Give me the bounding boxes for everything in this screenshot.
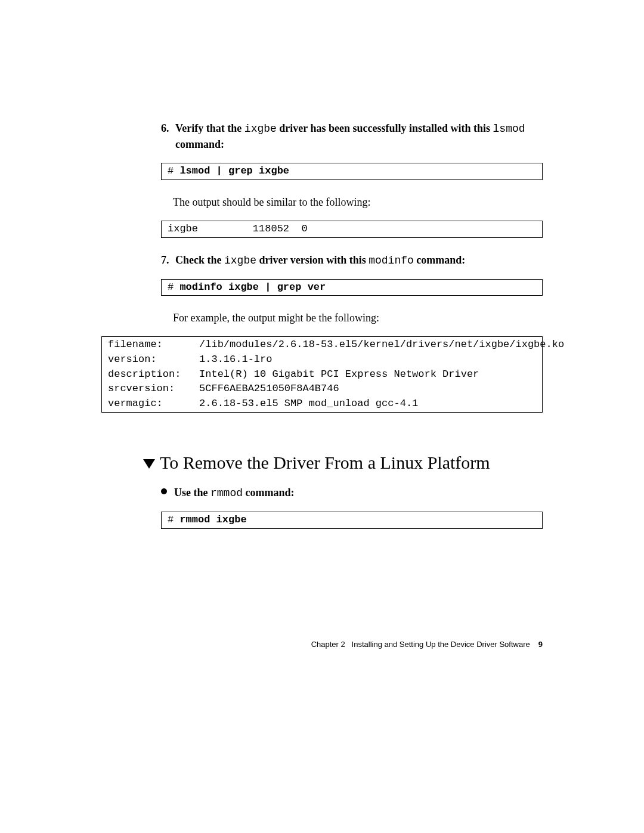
body-after-lsmod: The output should be similar to the foll… — [173, 194, 543, 210]
rmmod-region: # rmmod ixgbe — [161, 512, 543, 529]
page-footer: Chapter 2 Installing and Setting Up the … — [101, 639, 543, 651]
code-lsmod-output: ixgbe 118052 0 — [168, 223, 308, 234]
code-box-rmmod: # rmmod ixgbe — [161, 512, 543, 529]
code-box-modinfo-output: filename: /lib/modules/2.6.18-53.el5/ker… — [101, 336, 543, 412]
page-content: Verify that the ixgbe driver has been su… — [101, 113, 543, 543]
code-box-lsmod: # lsmod | grep ixgbe — [161, 163, 543, 180]
step-list: Verify that the ixgbe driver has been su… — [161, 120, 543, 152]
footer-chapter: Chapter 2 — [311, 640, 345, 649]
step-7-text-mid: driver version with this — [256, 254, 369, 266]
section-heading: To Remove the Driver From a Linux Platfo… — [143, 450, 543, 476]
step-7-cmd: modinfo — [369, 255, 414, 267]
step-6-text-pre: Verify that the — [175, 122, 244, 134]
body-after-modinfo: For example, the output might be the fol… — [173, 310, 543, 326]
step-6: Verify that the ixgbe driver has been su… — [161, 120, 543, 152]
code-box-modinfo: # modinfo ixgbe | grep ver — [161, 279, 543, 296]
step-6-text-post: command: — [175, 138, 224, 150]
footer-title: Installing and Setting Up the Device Dri… — [352, 640, 530, 649]
code-box-lsmod-output: ixgbe 118052 0 — [161, 221, 543, 238]
code-modinfo-command: modinfo ixgbe | grep ver — [179, 281, 326, 293]
bullet-cmd: rmmod — [210, 487, 243, 499]
step-list-2: Check the ixgbe driver version with this… — [161, 252, 543, 268]
step-7: Check the ixgbe driver version with this… — [161, 252, 543, 268]
bullet-post: command: — [243, 487, 295, 498]
step-7-text-post: command: — [414, 254, 466, 266]
step-list-region: Verify that the ixgbe driver has been su… — [161, 120, 543, 413]
step-7-driver: ixgbe — [224, 255, 256, 267]
code-rmmod-command: rmmod ixgbe — [179, 514, 246, 525]
code-lsmod-command: lsmod | grep ixgbe — [179, 165, 289, 176]
step-6-text-mid: driver has been successfully installed w… — [277, 122, 493, 134]
code-rmmod-prompt: # — [168, 514, 179, 525]
bullet-rmmod: Use the rmmod command: — [161, 485, 543, 501]
code-lsmod-prompt: # — [168, 165, 179, 176]
code-modinfo-output: filename: /lib/modules/2.6.18-53.el5/ker… — [108, 339, 564, 409]
step-6-cmd: lsmod — [493, 123, 525, 135]
section-heading-text: To Remove the Driver From a Linux Platfo… — [160, 453, 490, 472]
bullet-pre: Use the — [174, 487, 210, 498]
step-6-driver: ixgbe — [244, 123, 277, 135]
step-7-text-pre: Check the — [175, 254, 224, 266]
footer-page: 9 — [538, 640, 543, 649]
triangle-icon — [143, 459, 155, 469]
code-modinfo-prompt: # — [168, 281, 179, 293]
bullet-list: Use the rmmod command: — [161, 485, 543, 501]
